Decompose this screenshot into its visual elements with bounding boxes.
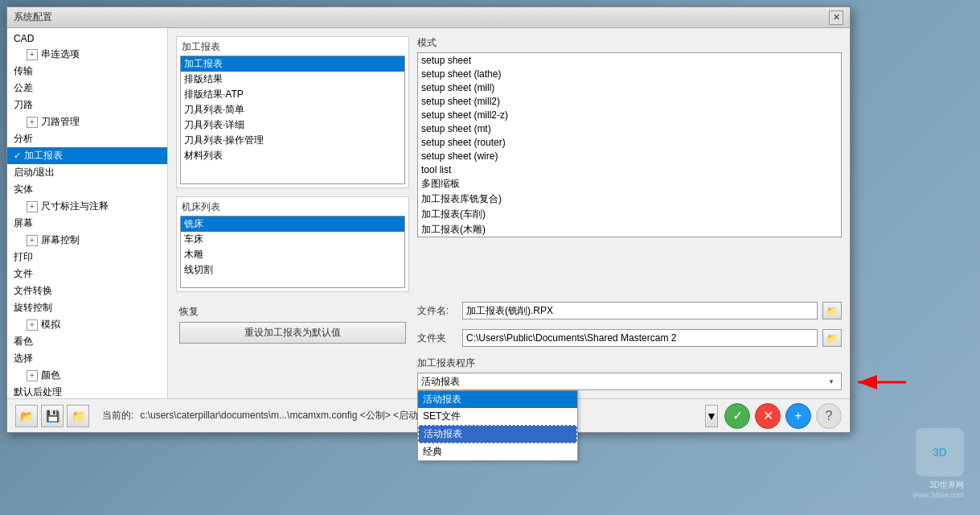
mode-report-demo[interactable]: 加工报表(车削) <box>418 207 841 222</box>
ok-button[interactable]: ✓ <box>724 403 750 429</box>
sidebar-item-tool[interactable]: 刀路 <box>7 97 167 113</box>
folder-config-button[interactable]: 📁 <box>67 405 89 427</box>
list-item-material-list[interactable]: 材料列表 <box>181 148 404 163</box>
mode-setup-sheet-mill2z[interactable]: setup sheet (mill2-z) <box>418 108 841 122</box>
dropdown-item-set-file[interactable]: SET文件 <box>418 408 577 425</box>
reset-report-button[interactable]: 重设加工报表为默认值 <box>179 322 406 344</box>
expand-tool-mgmt[interactable]: + <box>27 117 38 128</box>
sidebar-item-screen-ctrl[interactable]: + 屏幕控制 <box>7 232 167 249</box>
sidebar-item-machining-report[interactable]: 加工报表 <box>7 147 167 164</box>
cad-label: CAD <box>14 33 34 44</box>
folder-label: 文件夹 <box>417 332 457 345</box>
sidebar-item-post-process[interactable]: 默认后处理 <box>7 384 167 398</box>
program-dropdown-wrapper: 活动报表 ▼ <box>417 373 842 390</box>
mode-setup-sheet[interactable]: setup sheet <box>418 53 841 67</box>
list-item-machining-report[interactable]: 加工报表 <box>181 56 404 72</box>
save-config-button[interactable]: 💾 <box>41 405 64 427</box>
analysis-label: 分析 <box>14 132 33 146</box>
sidebar-item-serial[interactable]: + 串连选项 <box>7 46 167 63</box>
mode-multi-thumbnail[interactable]: 多图缩板 <box>418 176 841 192</box>
sidebar-item-dimension[interactable]: + 尺寸标注与注释 <box>7 198 167 215</box>
expand-simulation[interactable]: + <box>27 319 38 331</box>
expand-color[interactable]: + <box>27 370 38 381</box>
entity-label: 实体 <box>14 183 33 196</box>
title-bar: 系统配置 ✕ <box>7 7 850 28</box>
list-item-woodcarving[interactable]: 木雕 <box>181 247 404 262</box>
mode-report-woodcarving[interactable]: 加工报表(木雕) <box>418 222 841 237</box>
list-item-sort-result-atp[interactable]: 排版结果·ATP <box>181 87 404 102</box>
sidebar-item-color-view[interactable]: 看色 <box>7 333 167 350</box>
tool-mgmt-label: 刀路管理 <box>41 115 80 129</box>
folder-browse-button[interactable]: 📁 <box>822 329 842 347</box>
machine-list-panel: 机床列表 铣床 车床 木雕 线切割 <box>176 196 409 292</box>
list-item-wire-cut[interactable]: 线切割 <box>181 262 404 278</box>
print-label: 打印 <box>14 250 33 264</box>
program-label: 加工报表程序 <box>417 356 842 370</box>
filename-label: 文件名: <box>417 304 457 318</box>
mode-setup-sheet-mill2[interactable]: setup sheet (mill2) <box>418 94 841 108</box>
list-item-milling[interactable]: 铣床 <box>181 216 404 232</box>
mode-setup-sheet-mill[interactable]: setup sheet (mill) <box>418 80 841 94</box>
sidebar-item-tool-mgmt[interactable]: + 刀路管理 <box>7 113 167 130</box>
sidebar-item-rotation[interactable]: 旋转控制 <box>7 299 167 316</box>
mode-setup-sheet-lathe[interactable]: setup sheet (lathe) <box>418 67 841 80</box>
close-button[interactable]: ✕ <box>829 10 843 25</box>
dropdown-item-active-report[interactable]: 活动报表 <box>418 391 577 408</box>
machining-report-label: 加工报表 <box>24 149 63 163</box>
folder-section: 文件夹 📁 <box>417 329 842 350</box>
filename-row: 文件名: 📁 <box>417 302 842 319</box>
sidebar-item-print[interactable]: 打印 <box>7 249 167 266</box>
sidebar-item-transfer[interactable]: 传输 <box>7 63 167 80</box>
sidebar-item-simulation[interactable]: + 模拟 <box>7 316 167 333</box>
sidebar-item-entity[interactable]: 实体 <box>7 181 167 198</box>
mode-setup-sheet-router[interactable]: setup sheet (router) <box>418 135 841 149</box>
filename-browse-button[interactable]: 📁 <box>822 302 842 319</box>
serial-label: 串连选项 <box>41 47 80 61</box>
expand-dimension[interactable]: + <box>27 201 38 212</box>
help-button[interactable]: ? <box>816 403 842 429</box>
dropdown-item-classic[interactable]: 经典 <box>418 443 577 460</box>
program-section: 加工报表程序 活动报表 ▼ <box>417 356 842 390</box>
sidebar-item-select[interactable]: 选择 <box>7 350 167 367</box>
list-item-lathe[interactable]: 车床 <box>181 232 404 247</box>
machine-list-panel-label: 机床列表 <box>177 197 408 216</box>
expand-screen-ctrl[interactable]: + <box>27 235 38 246</box>
add-button[interactable]: + <box>785 403 811 429</box>
machining-report-panel: 加工报表 加工报表 排版结果 排版结果·ATP 刀具列表·简单 刀具列表·详细 … <box>176 36 409 188</box>
sidebar-item-tolerance[interactable]: 公差 <box>7 80 167 97</box>
folder-input[interactable] <box>462 329 818 347</box>
sidebar-item-file[interactable]: 文件 <box>7 266 167 282</box>
right-panel: 模式 setup sheet setup sheet (lathe) setup… <box>417 36 842 390</box>
sidebar-item-color[interactable]: + 颜色 <box>7 367 167 384</box>
expand-serial[interactable]: + <box>27 49 38 60</box>
watermark-logo: 3D <box>916 428 964 476</box>
watermark-url: www.3dsjw.com <box>912 491 964 499</box>
list-item-tool-list-detail[interactable]: 刀具列表·详细 <box>181 117 404 133</box>
dropdown-item-active-report2[interactable]: 活动报表 <box>418 425 577 443</box>
cancel-button[interactable]: ✕ <box>755 403 781 429</box>
dialog-title: 系统配置 <box>14 10 829 24</box>
sidebar-item-screen[interactable]: 屏幕 <box>7 215 167 232</box>
status-dropdown-btn[interactable]: ▼ <box>705 405 718 427</box>
list-item-tool-list-ops[interactable]: 刀具列表·操作管理 <box>181 133 404 148</box>
status-label: 当前的: <box>102 409 133 422</box>
sidebar-item-file-convert[interactable]: 文件转换 <box>7 282 167 299</box>
mode-report-mill-combined[interactable]: 加工报表库铣复合) <box>418 192 841 207</box>
list-item-tool-list-simple[interactable]: 刀具列表·简单 <box>181 102 404 117</box>
post-process-label: 默认后处理 <box>14 385 62 398</box>
mode-setup-sheet-wire[interactable]: setup sheet (wire) <box>418 149 841 163</box>
left-panels: 加工报表 加工报表 排版结果 排版结果·ATP 刀具列表·简单 刀具列表·详细 … <box>176 36 409 390</box>
arrow-svg <box>850 373 914 392</box>
mode-tool-list[interactable]: tool list <box>418 163 841 176</box>
list-item-sort-result[interactable]: 排版结果 <box>181 72 404 87</box>
filename-input[interactable] <box>462 302 818 319</box>
machine-list[interactable]: 铣床 车床 木雕 线切割 <box>180 216 405 288</box>
sidebar-item-analysis[interactable]: 分析 <box>7 130 167 147</box>
machining-report-list[interactable]: 加工报表 排版结果 排版结果·ATP 刀具列表·简单 刀具列表·详细 刀具列表·… <box>180 56 405 184</box>
open-config-button[interactable]: 📂 <box>15 405 38 427</box>
mode-setup-sheet-mt[interactable]: setup sheet (mt) <box>418 122 841 135</box>
modes-list[interactable]: setup sheet setup sheet (lathe) setup sh… <box>417 52 842 237</box>
program-select[interactable]: 活动报表 ▼ <box>417 373 842 390</box>
sidebar-item-startup[interactable]: 启动/退出 <box>7 164 167 181</box>
sidebar-item-cad[interactable]: CAD <box>7 31 167 46</box>
